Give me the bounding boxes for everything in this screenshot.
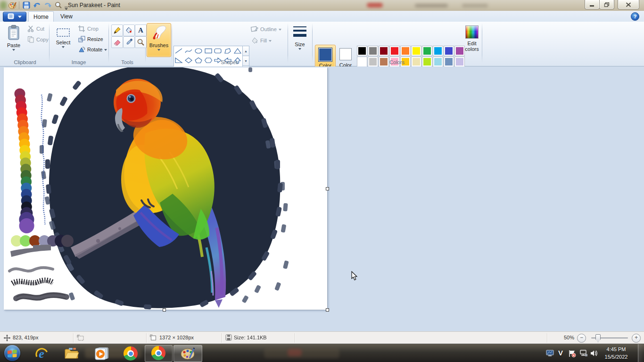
fill-button[interactable]: Fill: [251, 37, 272, 44]
palette-swatch[interactable]: [357, 57, 367, 67]
paint-app-icon: [8, 1, 17, 11]
select-button[interactable]: Select: [53, 24, 74, 56]
group-divider: [108, 23, 109, 63]
paint-menu-button[interactable]: [3, 12, 26, 22]
palette-swatch[interactable]: [422, 46, 432, 56]
tray-app-icon[interactable]: [546, 350, 554, 356]
window-title: Sun Parakeet - Paint: [68, 2, 120, 8]
palette-swatch[interactable]: [433, 46, 443, 56]
windows-explorer-icon[interactable]: [64, 347, 79, 360]
shapes-scroll-up[interactable]: ▲: [242, 46, 249, 56]
palette-swatch[interactable]: [357, 46, 367, 56]
outline-button[interactable]: Outline: [251, 25, 281, 33]
shape-curve[interactable]: [184, 46, 193, 56]
zoom-out-button[interactable]: −: [577, 334, 586, 343]
brushes-button[interactable]: Brushes: [147, 23, 171, 57]
cut-button[interactable]: Cut: [27, 25, 44, 32]
network-icon[interactable]: [579, 350, 588, 357]
diamond-icon: [184, 57, 193, 64]
copy-button[interactable]: Copy: [27, 36, 49, 43]
canvas-resize-handle-right[interactable]: [326, 187, 329, 190]
taskbar: e V 4:45 PM: [0, 344, 644, 362]
pencil-tool[interactable]: [111, 25, 123, 36]
palette-swatch[interactable]: [454, 57, 465, 67]
color2-swatch: [339, 48, 352, 60]
volume-icon[interactable]: [590, 350, 598, 357]
edit-colors-icon: [465, 25, 479, 39]
zoom-in-button[interactable]: +: [632, 334, 641, 343]
magnifier-icon[interactable]: [55, 1, 62, 11]
tab-view[interactable]: View: [55, 11, 78, 22]
palette-swatch[interactable]: [389, 46, 400, 56]
save-icon[interactable]: [23, 1, 30, 11]
palette-swatch[interactable]: [444, 46, 454, 56]
rotate-button[interactable]: Rotate: [78, 46, 107, 53]
color1-swatch: [318, 48, 332, 62]
shape-triangle[interactable]: [233, 46, 242, 56]
work-area[interactable]: [0, 66, 644, 331]
chrome-icon[interactable]: [124, 346, 138, 361]
size-button[interactable]: Size: [289, 24, 311, 56]
shape-ellipse[interactable]: [194, 46, 203, 56]
shape-right-triangle[interactable]: [174, 56, 183, 66]
internet-explorer-icon[interactable]: e: [34, 346, 49, 361]
help-icon[interactable]: ?: [631, 12, 639, 21]
palette-swatch[interactable]: [422, 57, 432, 67]
palette-swatch[interactable]: [411, 46, 421, 56]
shape-line[interactable]: [174, 46, 183, 56]
canvas-resize-handle-bottom[interactable]: [163, 308, 166, 312]
tray-vnc-icon[interactable]: V: [558, 349, 563, 357]
show-desktop-button[interactable]: [638, 344, 644, 362]
start-button[interactable]: [4, 345, 20, 361]
palette-swatch[interactable]: [379, 46, 389, 56]
shapes-group-label: Shapes: [198, 59, 261, 65]
palette-swatch[interactable]: [444, 57, 454, 67]
color-picker-tool[interactable]: [123, 36, 135, 48]
line-icon: [174, 48, 183, 55]
zoom-level: 50%: [559, 335, 574, 340]
drawing-canvas[interactable]: [4, 67, 327, 310]
paint-window-button[interactable]: [173, 345, 202, 362]
blue-squiggle-test-stroke: [41, 95, 45, 225]
redo-icon[interactable]: [43, 1, 52, 11]
palette-swatch[interactable]: [368, 46, 378, 56]
undo-icon[interactable]: [33, 1, 41, 11]
palette-swatch[interactable]: [433, 57, 443, 67]
title-bar[interactable]: Sun Parakeet - Paint: [0, 0, 644, 11]
wallpaper-smudge: [415, 4, 448, 8]
brushes-dropdown-caret: [157, 49, 160, 51]
tray-clock[interactable]: 4:45 PM 15/5/2022: [600, 346, 633, 361]
magnifier-tool[interactable]: [135, 36, 147, 48]
resize-icon: [78, 36, 85, 42]
resize-button[interactable]: Resize: [78, 36, 103, 42]
edit-colors-button[interactable]: Editcolors: [463, 24, 481, 56]
tab-home[interactable]: Home: [28, 11, 54, 22]
shape-diamond[interactable]: [184, 56, 193, 66]
paste-button[interactable]: Paste: [4, 24, 24, 56]
windows-media-player-icon[interactable]: [94, 346, 109, 361]
selection-size-icon: [77, 335, 84, 341]
eyedropper-icon: [125, 38, 133, 46]
magnifier-icon: [137, 38, 145, 46]
shape-rectangle[interactable]: [204, 46, 213, 56]
shape-rounded-rectangle[interactable]: [213, 46, 223, 56]
eraser-tool[interactable]: [111, 36, 123, 48]
canvas-resize-handle-corner[interactable]: [326, 308, 329, 312]
rounded-rectangle-icon: [214, 48, 222, 55]
wallpaper-smudge: [462, 4, 488, 8]
close-button[interactable]: [618, 0, 639, 9]
fill-with-color-tool[interactable]: [123, 25, 135, 36]
shape-polygon[interactable]: [223, 46, 232, 56]
color-test-strip: [15, 89, 34, 234]
restore-button[interactable]: [599, 0, 614, 9]
text-tool[interactable]: A: [135, 25, 147, 36]
cursor-position: 823, 419px: [13, 335, 38, 340]
group-divider: [49, 23, 50, 63]
size-icon: [293, 25, 307, 40]
palette-swatch[interactable]: [400, 46, 411, 56]
action-center-flag-icon[interactable]: [568, 350, 577, 357]
crop-button[interactable]: Crop: [78, 25, 99, 32]
zoom-slider-thumb[interactable]: [595, 334, 601, 342]
chrome-window-button[interactable]: [145, 345, 173, 362]
minimize-button[interactable]: [585, 0, 600, 9]
